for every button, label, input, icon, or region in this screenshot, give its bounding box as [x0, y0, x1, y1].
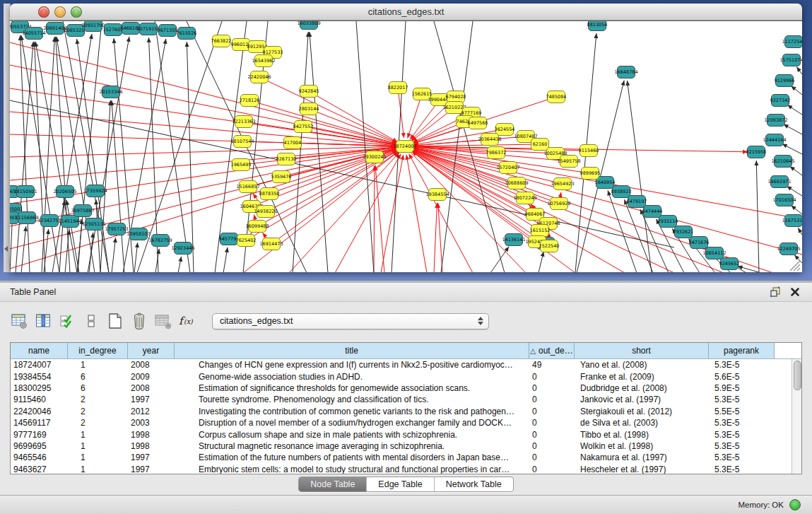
table-cell[interactable]: 22420046 — [11, 407, 68, 416]
table-cell[interactable]: Franke et al. (2009) — [575, 372, 709, 382]
column-header-out_de[interactable]: △out_de… — [529, 343, 575, 358]
table-cell[interactable]: 0 — [529, 395, 575, 404]
network-edge[interactable] — [21, 35, 59, 272]
window-titlebar[interactable]: citations_edges.txt — [10, 4, 802, 21]
table-row[interactable]: 2242004622012Investigating the contribut… — [11, 406, 792, 417]
table-cell[interactable]: Stergiakouli et al. (2012) — [575, 407, 709, 416]
network-view-window[interactable]: citations_edges.txt 20553724140557142069… — [10, 4, 802, 271]
column-header-short[interactable]: short — [575, 343, 709, 358]
network-edge[interactable] — [438, 203, 442, 272]
table-cell[interactable]: 1 — [68, 452, 128, 462]
scrollbar-thumb[interactable] — [794, 361, 801, 390]
tab-network-table[interactable]: Network Table — [434, 477, 513, 491]
table-cell[interactable]: Structural magnetic resonance image aver… — [175, 441, 529, 451]
network-edge[interactable] — [293, 32, 308, 272]
tab-node-table[interactable]: Node Table — [299, 477, 366, 491]
table-cell[interactable]: 0 — [529, 407, 575, 416]
close-icon[interactable] — [788, 285, 802, 299]
vertical-scrollbar[interactable] — [792, 359, 801, 474]
table-cell[interactable]: 1 — [68, 360, 128, 370]
table-cell[interactable]: 9699695 — [11, 441, 68, 451]
table-cell[interactable]: 2012 — [128, 407, 175, 416]
network-edge[interactable] — [310, 32, 328, 272]
table-row[interactable]: 946554611997Estimation of the future num… — [11, 452, 792, 463]
resize-grip[interactable] — [794, 264, 800, 271]
table-cell[interactable]: Estimation of the future numbers of pati… — [175, 452, 529, 462]
table-cell[interactable]: 0 — [529, 418, 575, 428]
table-cell[interactable]: 0 — [529, 452, 575, 462]
column-header-title[interactable]: title — [175, 343, 529, 358]
float-window-icon[interactable] — [768, 285, 782, 299]
import-table-icon[interactable] — [154, 312, 172, 330]
network-edge[interactable] — [259, 77, 397, 143]
network-edge[interactable] — [56, 37, 70, 272]
table-cell[interactable]: 5.3E-5 — [709, 441, 775, 451]
column-header-year[interactable]: year — [128, 343, 175, 358]
resize-grip[interactable] — [797, 268, 800, 271]
table-cell[interactable]: 1997 — [128, 395, 175, 404]
table-cell[interactable]: 1 — [68, 465, 128, 474]
table-cell[interactable]: Disruption of a novel member of a sodium… — [175, 418, 529, 428]
table-cell[interactable]: 1 — [68, 441, 128, 451]
network-edge[interactable] — [374, 165, 375, 272]
table-cell[interactable]: 0 — [529, 430, 575, 440]
network-edge[interactable] — [406, 155, 427, 272]
table-cell[interactable]: Estimation of significance thresholds fo… — [175, 383, 529, 393]
table-cell[interactable]: 1997 — [128, 452, 175, 462]
table-row[interactable]: 911546021997Tourette syndrome. Phenomeno… — [11, 394, 792, 405]
table-cell[interactable]: 49 — [529, 360, 575, 370]
table-cell[interactable]: 18724007 — [11, 360, 68, 370]
table-cell[interactable]: 2009 — [128, 372, 175, 382]
table-cell[interactable]: 1998 — [128, 430, 175, 440]
network-edge[interactable] — [21, 226, 26, 272]
table-cell[interactable]: 6 — [68, 383, 128, 393]
table-cell[interactable]: 2008 — [128, 383, 175, 393]
network-edge[interactable] — [413, 144, 540, 146]
network-edge[interactable] — [35, 42, 77, 272]
table-cell[interactable]: 5.3E-5 — [709, 452, 775, 462]
table-cell[interactable]: 2 — [68, 407, 128, 416]
table-row[interactable]: 1872400712008Changes of HCN gene express… — [11, 359, 792, 370]
table-cell[interactable]: Hescheler et al. (1997) — [575, 465, 709, 474]
table-cell[interactable]: 0 — [529, 441, 575, 451]
column-header-in_degree[interactable]: in_degree — [68, 343, 128, 358]
table-cell[interactable]: 19384554 — [11, 372, 68, 382]
table-cell[interactable]: 5.5E-5 — [709, 407, 775, 416]
show-columns-icon[interactable] — [34, 312, 52, 330]
network-edge[interactable] — [89, 233, 93, 272]
table-cell[interactable]: 2003 — [128, 418, 175, 428]
table-cell[interactable]: Investigating the contribution of common… — [175, 407, 529, 416]
minimize-window-icon[interactable] — [54, 6, 66, 18]
table-cell[interactable]: Changes of HCN gene expression and I(f) … — [175, 360, 529, 370]
close-window-icon[interactable] — [38, 6, 49, 18]
table-cell[interactable]: 1998 — [128, 441, 175, 451]
table-cell[interactable]: 5.3E-5 — [709, 430, 775, 440]
network-edge[interactable] — [756, 160, 759, 272]
table-cell[interactable]: Jankovic et al. (1997) — [575, 395, 709, 404]
network-edge[interactable] — [335, 154, 401, 272]
table-cell[interactable]: 5.9E-5 — [709, 383, 775, 393]
table-cell[interactable]: 0 — [529, 383, 575, 393]
table-row[interactable]: 969969511998Structural magnetic resonanc… — [11, 440, 792, 452]
table-cell[interactable]: 1 — [68, 430, 128, 440]
table-cell[interactable]: Yano et al. (2008) — [575, 360, 709, 370]
tab-edge-table[interactable]: Edge Table — [366, 477, 433, 491]
network-edge[interactable] — [249, 100, 396, 144]
table-cell[interactable]: 5.3E-5 — [709, 395, 775, 404]
network-edge[interactable] — [112, 100, 124, 272]
network-edge[interactable] — [434, 203, 437, 272]
table-cell[interactable]: de Silva et al. (2003) — [575, 418, 709, 428]
zoom-window-icon[interactable] — [71, 6, 82, 18]
column-header-pagerank[interactable]: pagerank — [709, 343, 775, 358]
network-edge[interactable] — [112, 238, 116, 272]
table-cell[interactable]: Corpus callosum shape and size in male p… — [175, 430, 529, 440]
table-row[interactable]: 1456911722003Disruption of a novel membe… — [11, 417, 792, 428]
table-settings-icon[interactable] — [10, 312, 28, 330]
table-cell[interactable]: Tibbo et al. (1998) — [575, 430, 709, 440]
table-cell[interactable]: 9115460 — [11, 395, 68, 404]
network-edge[interactable] — [381, 155, 404, 272]
table-cell[interactable]: 9465546 — [11, 452, 68, 462]
column-header-name[interactable]: name — [11, 343, 68, 358]
table-cell[interactable]: 9777169 — [11, 430, 68, 440]
collapse-arrow-icon[interactable] — [4, 246, 8, 252]
